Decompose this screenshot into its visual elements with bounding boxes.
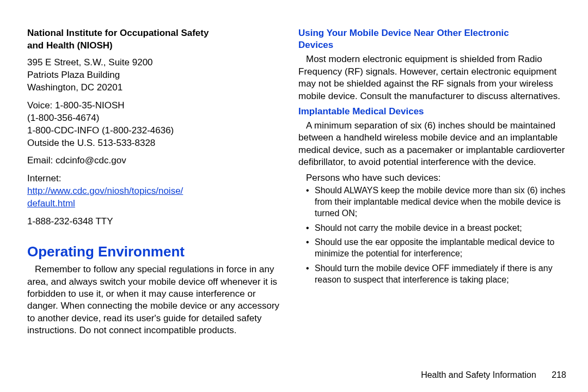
bullet-list: Should ALWAYS keep the mobile device mor… (298, 185, 573, 289)
document-page: National Institute for Occupational Safe… (0, 0, 588, 392)
address-block: 395 E Street, S.W., Suite 9200 Patriots … (27, 57, 283, 94)
subheading-implantable-devices: Implantable Medical Devices (298, 106, 573, 118)
section-heading-operating-environment: Operating Environment (27, 243, 283, 260)
org-title-line2: and Health (NIOSH) (27, 40, 113, 51)
voice-line: Voice: 1-800-35-NIOSH (27, 100, 283, 112)
internet-link[interactable]: http://www.cdc.gov/niosh/topics/noise/de… (27, 186, 183, 209)
footer-label: Health and Safety Information (421, 370, 536, 379)
right-column: Using Your Mobile Device Near Other Elec… (298, 27, 573, 381)
internet-label: Internet: (27, 173, 283, 185)
voice-line: 1-800-CDC-INFO (1-800-232-4636) (27, 125, 283, 137)
email-line: Email: cdcinfo@cdc.gov (27, 155, 283, 167)
tty-line: 1-888-232-6348 TTY (27, 216, 283, 228)
address-line: Patriots Plaza Building (27, 69, 283, 82)
tty-block: 1-888-232-6348 TTY (27, 216, 283, 228)
voice-block: Voice: 1-800-35-NIOSH (1-800-356-4674) 1… (27, 100, 283, 150)
voice-line: Outside the U.S. 513-533-8328 (27, 137, 283, 150)
subheading-electronic-devices: Using Your Mobile Device Near Other Elec… (298, 27, 573, 51)
list-item: Should ALWAYS keep the mobile device mor… (306, 185, 573, 219)
voice-line: (1-800-356-4674) (27, 112, 283, 125)
paragraph: Most modern electronic equipment is shie… (298, 53, 573, 102)
email-block: Email: cdcinfo@cdc.gov (27, 155, 283, 167)
address-line: Washington, DC 20201 (27, 82, 283, 94)
page-footer: Health and Safety Information 218 (421, 370, 566, 380)
address-line: 395 E Street, S.W., Suite 9200 (27, 57, 283, 69)
internet-block: Internet: http://www.cdc.gov/niosh/topic… (27, 173, 283, 210)
paragraph-intro-list: Persons who have such devices: (298, 172, 573, 184)
left-column: National Institute for Occupational Safe… (27, 27, 283, 381)
org-title: National Institute for Occupational Safe… (27, 27, 283, 52)
list-item: Should turn the mobile device OFF immedi… (306, 263, 573, 286)
list-item: Should not carry the mobile device in a … (306, 223, 573, 234)
section-paragraph: Remember to follow any special regulatio… (27, 264, 283, 337)
list-item: Should use the ear opposite the implanta… (306, 237, 573, 260)
page-number: 218 (552, 370, 566, 380)
paragraph: A minimum separation of six (6) inches s… (298, 120, 573, 169)
org-title-line1: National Institute for Occupational Safe… (27, 28, 209, 38)
